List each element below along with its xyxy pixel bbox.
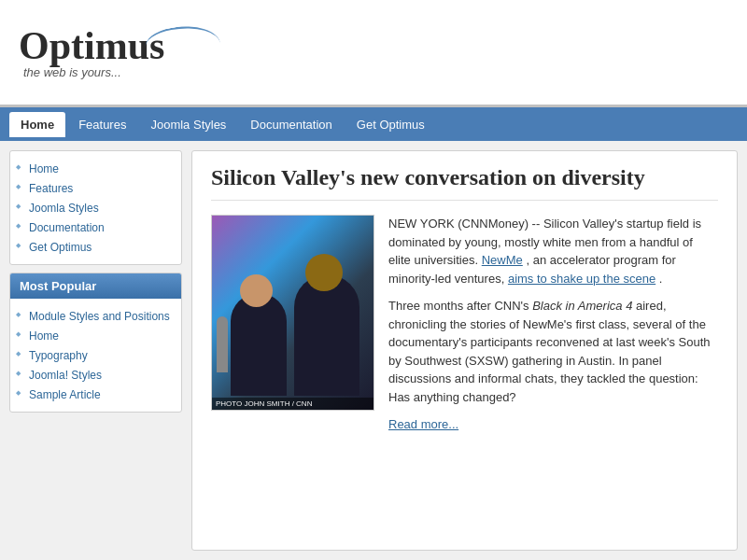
article-text: NEW YORK (CNNMoney) -- Silicon Valley's …	[388, 215, 718, 443]
article-read-more: Read more...	[388, 415, 718, 434]
nav-item-home[interactable]: Home	[9, 112, 65, 137]
sidebar-popular-item-joomla-styles[interactable]: Joomla! Styles	[10, 365, 181, 385]
logo-tagline: the web is yours...	[19, 65, 164, 79]
read-more-link[interactable]: Read more...	[388, 417, 458, 431]
sidebar-nav-item-documentation[interactable]: Documentation	[10, 217, 181, 237]
person2-silhouette	[294, 274, 359, 396]
site-header: Optimus the web is yours...	[0, 0, 747, 107]
main-nav: Home Features Joomla Styles Documentatio…	[0, 107, 747, 141]
main-layout: Home Features Joomla Styles Documentatio…	[0, 141, 747, 560]
sidebar-nav-item-features[interactable]: Features	[10, 178, 181, 198]
nav-item-get-optimus[interactable]: Get Optimus	[345, 112, 436, 137]
article-paragraph-2: Three months after CNN's Black in Americ…	[388, 297, 718, 406]
logo-text: Optimus	[19, 26, 164, 65]
sidebar-popular-item-typography[interactable]: Typography	[10, 345, 181, 365]
nav-item-joomla-styles[interactable]: Joomla Styles	[139, 112, 237, 137]
logo: Optimus the web is yours...	[19, 26, 164, 79]
sidebar-popular-item-home[interactable]: Home	[10, 326, 181, 345]
article-body: PHOTO JOHN SMITH / CNN NEW YORK (CNNMone…	[211, 215, 718, 443]
image-caption: PHOTO JOHN SMITH / CNN	[212, 398, 374, 410]
sidebar-popular-item-module-styles[interactable]: Module Styles and Positions	[10, 306, 181, 326]
sidebar-nav-list: Home Features Joomla Styles Documentatio…	[10, 151, 181, 264]
main-content: Silicon Valley's new conversation on div…	[191, 150, 738, 551]
sidebar-nav-item-get-optimus[interactable]: Get Optimus	[10, 237, 181, 257]
newme-link[interactable]: NewMe	[482, 253, 523, 267]
nav-item-documentation[interactable]: Documentation	[239, 112, 343, 137]
sidebar-popular-list: Module Styles and Positions Home Typogra…	[10, 299, 181, 412]
person1-silhouette	[231, 293, 287, 396]
microphone-decoration	[217, 316, 228, 372]
sidebar-popular-module: Most Popular Module Styles and Positions…	[9, 273, 182, 413]
article-title: Silicon Valley's new conversation on div…	[211, 165, 718, 201]
nav-item-features[interactable]: Features	[67, 112, 137, 137]
sidebar: Home Features Joomla Styles Documentatio…	[9, 150, 182, 551]
sidebar-nav-item-joomla-styles[interactable]: Joomla Styles	[10, 198, 181, 217]
article-image: PHOTO JOHN SMITH / CNN	[211, 215, 374, 411]
sidebar-nav-module: Home Features Joomla Styles Documentatio…	[9, 150, 182, 265]
aims-link[interactable]: aims to shake up the scene	[508, 272, 655, 286]
sidebar-popular-item-sample-article[interactable]: Sample Article	[10, 385, 181, 404]
sidebar-nav-item-home[interactable]: Home	[10, 159, 181, 178]
article-paragraph-1: NEW YORK (CNNMoney) -- Silicon Valley's …	[388, 215, 718, 287]
sidebar-popular-header: Most Popular	[10, 273, 181, 299]
